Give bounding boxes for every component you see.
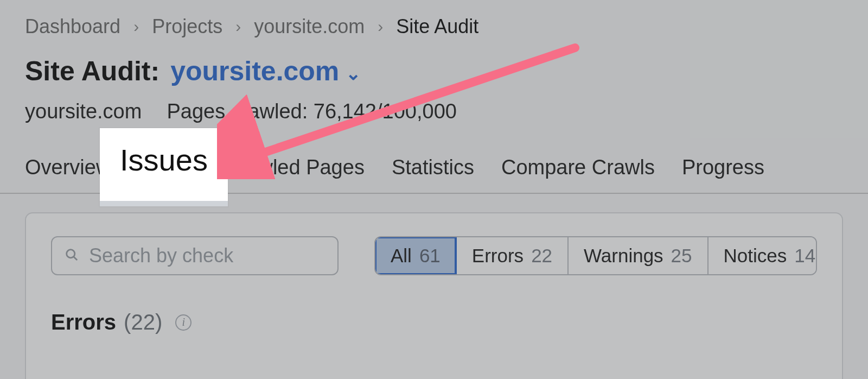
pages-crawled-value: 76,142/100,000 xyxy=(314,100,457,123)
filter-count: 25 xyxy=(671,245,692,267)
project-name: yoursite.com xyxy=(170,55,339,87)
errors-section-header: Errors (22) i xyxy=(51,310,817,334)
filter-count: 14 xyxy=(794,245,815,267)
issues-panel: All 61 Errors 22 Warnings 25 Notices 14 … xyxy=(25,212,843,379)
errors-label: Errors xyxy=(51,310,116,334)
filter-label: Notices xyxy=(724,245,787,267)
chevron-right-icon: › xyxy=(133,17,139,36)
page-title-row: Site Audit: yoursite.com ⌄ xyxy=(0,38,868,87)
breadcrumb-projects[interactable]: Projects xyxy=(152,15,222,38)
filter-all[interactable]: All 61 xyxy=(375,237,457,274)
chevron-right-icon: › xyxy=(378,17,383,36)
tab-statistics[interactable]: Statistics xyxy=(392,156,474,192)
breadcrumb: Dashboard › Projects › yoursite.com › Si… xyxy=(0,0,868,38)
tab-overview[interactable]: Overview xyxy=(25,156,111,192)
page-title: Site Audit: xyxy=(25,55,159,87)
errors-count: (22) xyxy=(124,310,162,334)
pages-crawled: Pages crawled: 76,142/100,000 xyxy=(167,100,457,123)
chevron-right-icon: › xyxy=(235,17,241,36)
filter-label: Warnings xyxy=(584,245,663,267)
svg-line-1 xyxy=(74,256,77,260)
search-input-wrap[interactable] xyxy=(51,236,339,275)
issues-toolbar: All 61 Errors 22 Warnings 25 Notices 14 xyxy=(51,236,817,275)
audited-domain: yoursite.com xyxy=(25,100,142,123)
filter-label: Errors xyxy=(472,245,524,267)
filter-count: 61 xyxy=(419,245,441,267)
breadcrumb-site[interactable]: yoursite.com xyxy=(254,15,365,38)
breadcrumb-dashboard[interactable]: Dashboard xyxy=(25,15,120,38)
tab-compare-crawls[interactable]: Compare Crawls xyxy=(501,156,655,192)
page-root: Dashboard › Projects › yoursite.com › Si… xyxy=(0,0,868,379)
filter-segment: All 61 Errors 22 Warnings 25 Notices 14 xyxy=(374,236,817,275)
project-selector[interactable]: yoursite.com ⌄ xyxy=(170,55,361,87)
tab-issues-highlight[interactable]: Issues xyxy=(100,128,228,206)
chevron-down-icon: ⌄ xyxy=(346,62,361,84)
info-icon[interactable]: i xyxy=(175,314,192,331)
pages-crawled-label: Pages crawled: xyxy=(167,100,308,123)
filter-notices[interactable]: Notices 14 xyxy=(709,237,817,274)
filter-warnings[interactable]: Warnings 25 xyxy=(569,237,708,274)
meta-row: yoursite.com Pages crawled: 76,142/100,0… xyxy=(0,87,868,123)
breadcrumb-current: Site Audit xyxy=(396,15,478,38)
search-input[interactable] xyxy=(89,244,333,267)
tab-issues-label: Issues xyxy=(120,142,208,178)
search-icon xyxy=(64,245,79,267)
tab-progress[interactable]: Progress xyxy=(682,156,764,192)
filter-count: 22 xyxy=(531,245,552,267)
filter-errors[interactable]: Errors 22 xyxy=(457,237,569,274)
filter-label: All xyxy=(391,245,412,267)
tab-crawled-pages[interactable]: Crawled Pages xyxy=(225,156,365,192)
